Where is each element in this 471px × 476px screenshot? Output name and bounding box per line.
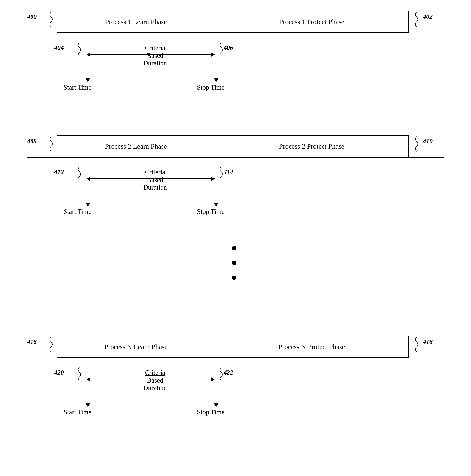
- process1-protect: Process 1 Protect Phase: [215, 11, 408, 33]
- dot-1: [232, 246, 236, 250]
- stop-time-n: Stop Time: [197, 408, 225, 416]
- start-time-2: Start Time: [64, 208, 91, 216]
- diagram-container: 400 Process 1 Learn Phase Process 1 Prot…: [0, 0, 471, 476]
- process-block-n: Process N Learn Phase Process N Protect …: [57, 336, 409, 358]
- down-arrow-stop-1: [214, 33, 218, 82]
- ref-404: 404: [54, 44, 64, 52]
- down-arrow-stop-2: [214, 157, 218, 207]
- ref-416: 416: [27, 338, 37, 346]
- squiggle-402: [409, 11, 424, 28]
- process-block-2: Process 2 Learn Phase Process 2 Protect …: [57, 135, 409, 157]
- criteria-label-2: Criteria Based Duration: [130, 169, 180, 191]
- ref-418: 418: [423, 338, 433, 346]
- processN-protect: Process N Protect Phase: [215, 336, 408, 357]
- ref-412: 412: [54, 169, 64, 176]
- stop-time-2: Stop Time: [197, 208, 225, 216]
- processN-learn: Process N Learn Phase: [57, 336, 215, 357]
- ref-402: 402: [423, 13, 433, 21]
- down-arrow-stop-n: [214, 358, 218, 407]
- start-time-1: Start Time: [64, 84, 91, 91]
- ref-400: 400: [27, 13, 37, 21]
- squiggle-420: [72, 366, 86, 381]
- dot-3: [232, 275, 236, 280]
- process-block-1: Process 1 Learn Phase Process 1 Protect …: [57, 11, 409, 33]
- down-arrow-start-2: [86, 157, 90, 207]
- squiggle-418: [409, 336, 424, 353]
- process1-learn: Process 1 Learn Phase: [57, 11, 215, 33]
- down-arrow-start-1: [86, 33, 90, 82]
- ref-408: 408: [27, 138, 37, 145]
- down-arrow-start-n: [86, 358, 90, 407]
- squiggle-408: [44, 135, 59, 153]
- dot-2: [232, 261, 236, 265]
- squiggle-400: [44, 11, 59, 28]
- squiggle-410: [409, 135, 424, 153]
- ref-420: 420: [54, 369, 64, 376]
- squiggle-404: [72, 41, 86, 56]
- criteria-label-1: Criteria Based Duration: [130, 44, 180, 67]
- stop-time-1: Stop Time: [197, 84, 225, 91]
- ref-410: 410: [423, 138, 433, 145]
- squiggle-416: [44, 336, 59, 353]
- process2-protect: Process 2 Protect Phase: [215, 136, 408, 157]
- process2-learn: Process 2 Learn Phase: [57, 136, 215, 157]
- start-time-n: Start Time: [64, 408, 91, 416]
- squiggle-412: [72, 166, 86, 180]
- criteria-label-n: Criteria Based Duration: [130, 369, 180, 392]
